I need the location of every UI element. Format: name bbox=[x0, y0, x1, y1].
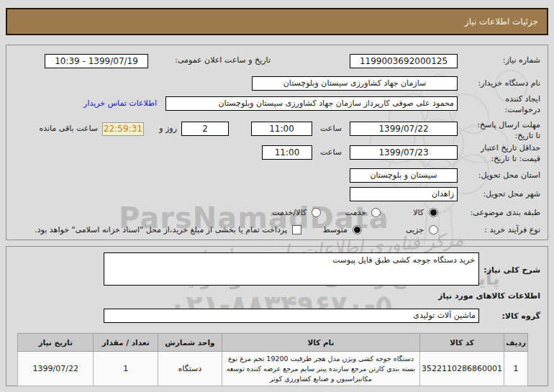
table-cell: 1399/07/22 bbox=[18, 352, 94, 386]
delivery-city-field[interactable]: زاهدان bbox=[350, 187, 458, 201]
goods-section-title: اطلاعات کالاهای مورد نیاز bbox=[438, 291, 540, 301]
goods-group-label: گروه کالا: bbox=[501, 311, 540, 321]
radio-medium[interactable] bbox=[353, 225, 362, 234]
reply-deadline-hour-label: ساعت bbox=[320, 124, 342, 133]
announce-datetime-field[interactable]: 1399/07/19 - 10:39 bbox=[45, 54, 148, 68]
remaining-days-field[interactable]: 2 bbox=[181, 122, 229, 136]
request-creator-label: ایجاد کننده درخواست: bbox=[505, 94, 540, 116]
radio-goods[interactable] bbox=[429, 208, 438, 217]
reply-deadline-label: مهلت ارسال پاسخ: تا تاریخ: bbox=[477, 120, 540, 142]
table-header-cell: واحد شمارش bbox=[158, 334, 222, 352]
radio-partial-label: جزیی bbox=[406, 225, 424, 234]
price-validity-label: حداقل تاریخ اعتبار قیمت: تا تاریخ: bbox=[481, 143, 540, 165]
days-and-label: روز و bbox=[159, 124, 177, 133]
goods-table: ردیفکد کالانام کالاواحد شمارشتعداد / مقد… bbox=[17, 333, 528, 386]
radio-service[interactable] bbox=[371, 208, 381, 217]
price-validity-date-field[interactable]: 1399/07/23 bbox=[350, 145, 458, 160]
need-info-panel: شماره نیاز: 1199003692000125 تاریخ و ساع… bbox=[6, 45, 548, 240]
buyer-org-label: نام دستگاه خریدار: bbox=[478, 78, 540, 88]
table-header-cell: تعداد / مقدار bbox=[94, 334, 158, 352]
radio-partial[interactable] bbox=[429, 225, 438, 234]
delivery-province-field[interactable]: سیستان و بلوچستان bbox=[350, 168, 458, 183]
table-cell: دستگاه جوجه کشی ویژن مدل هچر ظرفیت 19200… bbox=[222, 352, 419, 386]
table-cell: 1 bbox=[504, 352, 528, 386]
announce-datetime-label: تاریخ و ساعت اعلان عمومی: bbox=[175, 55, 271, 65]
description-field[interactable]: خرید دستگاه جوجه کشی طبق فایل پیوست bbox=[104, 252, 479, 286]
need-number-field[interactable]: 1199003692000125 bbox=[350, 54, 458, 68]
request-creator-label-line1: ایجاد کننده bbox=[506, 94, 540, 104]
delivery-city-label: شهر محل تحویل: bbox=[483, 189, 540, 199]
need-number-label: شماره نیاز: bbox=[503, 55, 540, 65]
buyer-org-field[interactable]: سازمان جهاد کشاورزی سیستان وبلوچستان bbox=[252, 76, 458, 91]
radio-goods-service-label: کالا/خدمت bbox=[272, 208, 306, 217]
purchase-type-label: نوع فرآیند خرید : bbox=[484, 225, 540, 234]
classification-label: طبقه بندی موضوعی: bbox=[471, 208, 540, 217]
price-validity-label-line1: حداقل تاریخ اعتبار bbox=[481, 143, 540, 152]
page-title-bar: جزئیات اطلاعات نیاز bbox=[6, 8, 548, 35]
treasury-note: پرداخت تمام یا بخشی از مبلغ خرید،از محل … bbox=[35, 225, 287, 234]
hours-remaining-label: ساعت باقی مانده bbox=[39, 124, 98, 133]
table-header-cell: تاریخ نیاز bbox=[18, 334, 94, 352]
need-detail-panel: شرح کلی نیاز: خرید دستگاه جوجه کشی طبق ف… bbox=[6, 246, 548, 386]
delivery-province-label: استان محل تحویل: bbox=[478, 170, 540, 180]
table-header-row: ردیفکد کالانام کالاواحد شمارشتعداد / مقد… bbox=[18, 334, 528, 352]
buyer-contact-link[interactable]: اطلاعات تماس خریدار bbox=[83, 99, 157, 108]
table-cell: 3522110286860001 bbox=[420, 352, 504, 386]
goods-group-field[interactable]: ماشین آلات تولیدی bbox=[104, 309, 479, 323]
table-row: 13522110286860001دستگاه جوجه کشی ویژن مد… bbox=[18, 352, 528, 386]
table-header-cell: ردیف bbox=[504, 334, 528, 352]
table-cell: دستگاه bbox=[158, 352, 222, 386]
reply-deadline-date-field[interactable]: 1399/07/22 bbox=[350, 122, 458, 136]
radio-goods-service[interactable] bbox=[312, 208, 321, 217]
page-title: جزئیات اطلاعات نیاز bbox=[465, 17, 538, 27]
radio-service-label: خدمت bbox=[345, 208, 366, 217]
table-cell: 1 bbox=[94, 352, 158, 386]
request-creator-field[interactable]: محمود علی صوفی کارپرداز سازمان جهاد کشاو… bbox=[165, 96, 458, 111]
reply-deadline-label-line2: تا تاریخ: bbox=[514, 131, 540, 140]
price-validity-label-line2: قیمت: تا تاریخ: bbox=[491, 154, 540, 163]
treasury-checkbox[interactable] bbox=[292, 225, 301, 234]
radio-medium-label: متوسط bbox=[322, 225, 348, 234]
price-validity-hour-label: ساعت bbox=[320, 147, 342, 157]
reply-deadline-label-line1: مهلت ارسال پاسخ: bbox=[477, 120, 540, 129]
countdown-timer: 22:59:31 bbox=[102, 122, 144, 136]
table-header-cell: نام کالا bbox=[222, 334, 419, 352]
price-validity-hour-field[interactable]: 11:00 bbox=[262, 145, 312, 160]
radio-goods-label: کالا bbox=[413, 208, 424, 217]
description-label: شرح کلی نیاز: bbox=[483, 265, 540, 275]
table-header-cell: کد کالا bbox=[420, 334, 504, 352]
request-creator-label-line2: درخواست: bbox=[505, 105, 540, 114]
reply-deadline-hour-field[interactable]: 11:00 bbox=[251, 122, 312, 136]
